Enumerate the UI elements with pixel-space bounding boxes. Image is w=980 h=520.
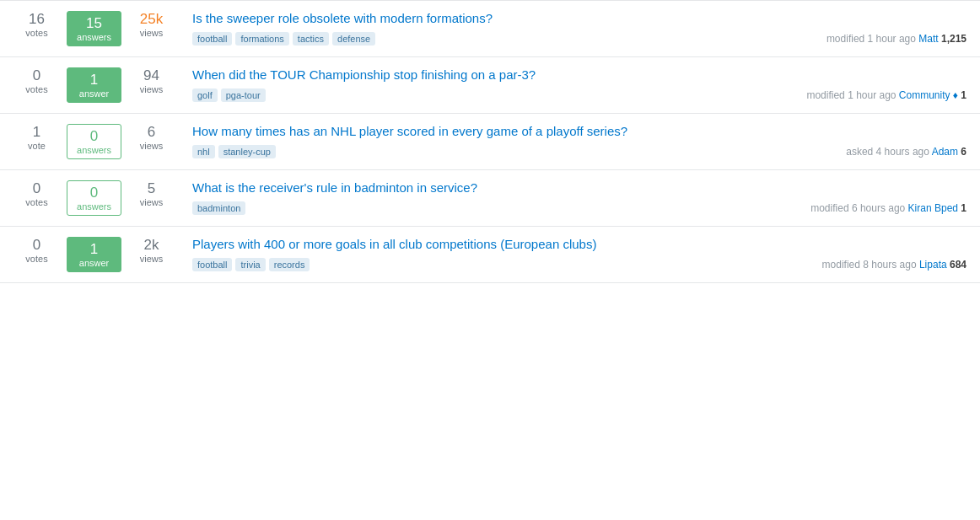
- question-item: 0votes1answer94viewsWhen did the TOUR Ch…: [0, 57, 980, 114]
- meta-user[interactable]: Adam: [932, 146, 958, 158]
- question-title[interactable]: What is the receiver's rule in badminton…: [192, 180, 967, 195]
- tag[interactable]: stanley-cup: [218, 145, 276, 158]
- tag[interactable]: records: [269, 258, 310, 271]
- votes-label: votes: [25, 254, 47, 264]
- question-meta: asked 4 hours ago Adam 6: [846, 146, 967, 158]
- answers-box: 1answer: [67, 237, 121, 272]
- answers-label: answers: [77, 201, 111, 212]
- meta-user[interactable]: Matt: [918, 33, 938, 45]
- tag[interactable]: pga-tour: [221, 88, 266, 102]
- answers-label: answers: [77, 32, 111, 42]
- answers-box: 0answers: [67, 180, 121, 216]
- views-count: 94: [143, 67, 159, 84]
- tags-and-meta: badmintonmodified 6 hours ago Kiran Bped…: [192, 201, 967, 215]
- question-stats: 0votes1answer94views: [13, 67, 182, 103]
- votes-label: vote: [28, 141, 46, 151]
- views-count: 25k: [140, 11, 163, 28]
- meta-rep: 684: [947, 259, 967, 271]
- question-meta: modified 8 hours ago Lipata 684: [822, 259, 967, 271]
- votes-box: 0votes: [13, 67, 60, 94]
- tag[interactable]: formations: [235, 32, 288, 46]
- tag[interactable]: tactics: [293, 32, 329, 46]
- meta-rep: 1: [958, 89, 967, 101]
- views-count: 6: [148, 124, 155, 141]
- votes-count: 16: [29, 11, 45, 28]
- tags-and-meta: golfpga-tourmodified 1 hour ago Communit…: [192, 88, 967, 102]
- question-item: 0votes0answers5viewsWhat is the receiver…: [0, 170, 980, 227]
- tag-list: badminton: [192, 201, 245, 215]
- tag[interactable]: nhl: [192, 145, 215, 158]
- votes-label: votes: [25, 197, 47, 207]
- votes-box: 1vote: [13, 124, 60, 151]
- question-item: 0votes1answer2kviewsPlayers with 400 or …: [0, 227, 980, 283]
- meta-action: modified 6 hours ago: [810, 202, 907, 214]
- question-stats: 1vote0answers6views: [13, 124, 182, 159]
- meta-action: modified 1 hour ago: [827, 33, 918, 45]
- question-item: 1vote0answers6viewsHow many times has an…: [0, 114, 980, 170]
- votes-count: 0: [33, 237, 40, 254]
- tags-and-meta: footballtriviarecordsmodified 8 hours ag…: [192, 258, 967, 271]
- tags-and-meta: footballformationstacticsdefensemodified…: [192, 32, 967, 46]
- question-title[interactable]: Players with 400 or more goals in all cl…: [192, 237, 967, 251]
- votes-count: 0: [33, 67, 40, 84]
- meta-rep: 1,215: [939, 33, 967, 45]
- question-item: 16votes15answers25kviewsIs the sweeper r…: [0, 1, 980, 57]
- tag[interactable]: golf: [192, 88, 218, 102]
- question-stats: 16votes15answers25kviews: [13, 11, 182, 46]
- question-stats: 0votes1answer2kviews: [13, 237, 182, 272]
- views-box: 2kviews: [128, 237, 175, 264]
- question-title[interactable]: How many times has an NHL player scored …: [192, 124, 967, 138]
- votes-box: 16votes: [13, 11, 60, 38]
- views-box: 25kviews: [128, 11, 175, 38]
- answers-count: 1: [90, 72, 98, 88]
- question-content: Is the sweeper role obsolete with modern…: [192, 11, 967, 46]
- question-list: 16votes15answers25kviewsIs the sweeper r…: [0, 0, 980, 283]
- answers-box: 0answers: [67, 124, 121, 159]
- answers-label: answer: [79, 258, 109, 268]
- question-content: How many times has an NHL player scored …: [192, 124, 967, 158]
- views-box: 94views: [128, 67, 175, 94]
- tag-list: nhlstanley-cup: [192, 145, 276, 158]
- answers-count: 0: [90, 128, 98, 145]
- question-stats: 0votes0answers5views: [13, 180, 182, 216]
- question-meta: modified 1 hour ago Community ♦ 1: [806, 89, 967, 101]
- views-box: 5views: [128, 180, 175, 207]
- answers-count: 15: [86, 15, 102, 32]
- votes-label: votes: [25, 28, 47, 38]
- votes-count: 0: [33, 180, 40, 197]
- answers-box: 15answers: [67, 11, 121, 46]
- question-meta: modified 1 hour ago Matt 1,215: [827, 33, 967, 45]
- tag-list: footballformationstacticsdefense: [192, 32, 375, 46]
- meta-rep: 1: [958, 202, 967, 214]
- question-title[interactable]: Is the sweeper role obsolete with modern…: [192, 11, 967, 25]
- answers-label: answer: [79, 88, 109, 99]
- answers-count: 0: [90, 185, 98, 201]
- question-content: When did the TOUR Championship stop fini…: [192, 67, 967, 102]
- meta-action: modified 1 hour ago: [806, 89, 898, 101]
- tag[interactable]: defense: [332, 32, 375, 46]
- views-label: views: [140, 197, 164, 207]
- tag[interactable]: football: [192, 32, 232, 46]
- votes-box: 0votes: [13, 180, 60, 207]
- meta-rep: 6: [958, 146, 967, 158]
- votes-label: votes: [25, 84, 47, 94]
- question-title[interactable]: When did the TOUR Championship stop fini…: [192, 67, 967, 82]
- views-count: 2k: [144, 237, 159, 254]
- meta-action: modified 8 hours ago: [822, 259, 919, 271]
- meta-user[interactable]: Lipata: [919, 259, 947, 271]
- views-label: views: [140, 141, 164, 151]
- tags-and-meta: nhlstanley-cupasked 4 hours ago Adam 6: [192, 145, 967, 158]
- tag-list: footballtriviarecords: [192, 258, 310, 271]
- tag[interactable]: trivia: [235, 258, 265, 271]
- answers-count: 1: [90, 241, 98, 258]
- answers-label: answers: [77, 145, 111, 155]
- question-content: Players with 400 or more goals in all cl…: [192, 237, 967, 271]
- tag[interactable]: football: [192, 258, 232, 271]
- meta-user[interactable]: Community ♦: [899, 89, 958, 101]
- views-label: views: [140, 254, 164, 264]
- question-meta: modified 6 hours ago Kiran Bped 1: [810, 202, 967, 214]
- question-content: What is the receiver's rule in badminton…: [192, 180, 967, 215]
- views-box: 6views: [128, 124, 175, 151]
- tag[interactable]: badminton: [192, 201, 245, 215]
- meta-user[interactable]: Kiran Bped: [908, 202, 958, 214]
